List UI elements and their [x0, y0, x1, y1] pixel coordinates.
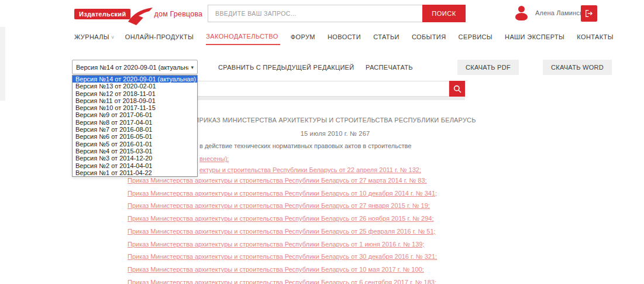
- doc-link-partial[interactable]: ектуры и строительства Республики Белару…: [199, 166, 421, 173]
- nav-item[interactable]: НАШИ ЭКСПЕРТЫ: [505, 30, 566, 45]
- doc-link[interactable]: Приказ Министерства архитектуры и строит…: [128, 241, 424, 248]
- doc-link[interactable]: Приказ Министерства архитектуры и строит…: [128, 228, 436, 235]
- print-link[interactable]: РАСПЕЧАТАТЬ: [366, 64, 413, 71]
- doc-link[interactable]: Приказ Министерства архитектуры и строит…: [128, 202, 430, 209]
- user-avatar-icon: [514, 5, 529, 21]
- version-option[interactable]: Версия №2 от 2014-04-01: [73, 162, 197, 169]
- logo-mark: Издательский: [74, 9, 130, 19]
- header-search: ПОИСК: [208, 5, 466, 22]
- header: Издательский дом Гревцова ПОИСК Алена Ла…: [0, 0, 644, 27]
- nav-item[interactable]: НОВОСТИ: [328, 30, 363, 45]
- version-dropdown: Версия №14 от 2020-09-01 (актуальная) Ве…: [72, 75, 198, 177]
- nav-item[interactable]: ФОРУМ: [291, 30, 317, 45]
- download-word-button[interactable]: СКАЧАТЬ WORD: [543, 60, 612, 75]
- version-option[interactable]: Версия №13 от 2020-02-01: [73, 83, 197, 90]
- nav-item[interactable]: ЗАКОНОДАТЕЛЬСТВО: [206, 29, 280, 45]
- version-option[interactable]: Версия №9 от 2017-06-01: [73, 111, 197, 118]
- doc-link-row: Приказ Министерства архитектуры и строит…: [128, 251, 437, 264]
- version-option[interactable]: Версия №11 от 2018-09-01: [73, 97, 197, 104]
- doc-amendments-fragment[interactable]: внесены):: [199, 155, 229, 162]
- nav-item[interactable]: СОБЫТИЯ: [412, 30, 448, 45]
- chevron-down-icon: ˅: [111, 35, 115, 40]
- doc-link[interactable]: Приказ Министерства архитектуры и строит…: [128, 253, 437, 260]
- doc-link-row: Приказ Министерства архитектуры и строит…: [128, 264, 437, 276]
- main-nav: ЖУРНАЛЫ˅ ОНЛАЙН-ПРОДУКТЫ ЗАКОНОДАТЕЛЬСТВ…: [74, 27, 615, 47]
- doc-link-row: Приказ Министерства архитектуры и строит…: [128, 200, 437, 213]
- search-icon: [453, 85, 462, 93]
- logout-icon: [584, 9, 594, 18]
- nav-item[interactable]: КОНТАКТЫ: [577, 30, 615, 45]
- doc-intro-fragment: в действие технических нормативных право…: [199, 142, 411, 149]
- user-box[interactable]: Алена Ламинская: [514, 4, 590, 22]
- doc-link-row: Приказ Министерства архитектуры и строит…: [128, 276, 437, 284]
- version-select-value: Версия №14 от 2020-09-01 (актуальная): [76, 64, 188, 71]
- version-option[interactable]: Версия №4 от 2015-03-01: [73, 148, 197, 155]
- nav-item[interactable]: СЕРВИСЫ: [459, 30, 494, 45]
- logo-swoosh-icon: [127, 8, 153, 25]
- version-option[interactable]: Версия №8 от 2017-04-01: [73, 119, 197, 126]
- header-search-button[interactable]: ПОИСК: [422, 5, 466, 22]
- version-option[interactable]: Версия №5 от 2016-01-01: [73, 141, 197, 148]
- doc-link-row: Приказ Министерства архитектуры и строит…: [128, 187, 437, 200]
- doc-link[interactable]: Приказ Министерства архитектуры и строит…: [128, 190, 437, 197]
- nav-item[interactable]: ОНЛАЙН-ПРОДУКТЫ: [125, 30, 195, 45]
- version-option[interactable]: Версия №10 от 2017-11-15: [73, 104, 197, 111]
- nav-item[interactable]: ЖУРНАЛЫ˅: [74, 30, 115, 45]
- doc-link-row: Приказ Министерства архитектуры и строит…: [128, 238, 437, 251]
- doc-link[interactable]: Приказ Министерства архитектуры и строит…: [128, 177, 427, 184]
- document-search-button[interactable]: [449, 81, 465, 97]
- doc-link-row: Приказ Министерства архитектуры и строит…: [128, 213, 437, 225]
- doc-links: Приказ Министерства архитектуры и строит…: [128, 174, 437, 284]
- version-option[interactable]: Версия №3 от 2014-12-20: [73, 155, 197, 162]
- nav-item[interactable]: СТАТЬИ: [373, 30, 401, 45]
- doc-link[interactable]: Приказ Министерства архитектуры и строит…: [128, 279, 436, 284]
- select-arrow-icon: ▾: [191, 64, 194, 70]
- compare-link[interactable]: СРАВНИТЬ С ПРЕДЫДУЩЕЙ РЕДАКЦИЕЙ: [218, 64, 354, 71]
- download-pdf-button[interactable]: СКАЧАТЬ PDF: [457, 60, 519, 75]
- version-select[interactable]: Версия №14 от 2020-09-01 (актуальная) ▾: [72, 60, 198, 74]
- version-option[interactable]: Версия №1 от 2011-04-22: [73, 169, 197, 176]
- header-search-input[interactable]: [208, 5, 422, 22]
- brand-logo[interactable]: Издательский дом Гревцова: [74, 4, 202, 24]
- version-option[interactable]: Версия №6 от 2016-05-01: [73, 133, 197, 140]
- version-option[interactable]: Версия №14 от 2020-09-01 (актуальная): [73, 76, 197, 83]
- version-option[interactable]: Версия №12 от 2018-11-01: [73, 90, 197, 97]
- doc-link[interactable]: Приказ Министерства архитектуры и строит…: [128, 215, 434, 222]
- doc-link[interactable]: Приказ Министерства архитектуры и строит…: [128, 266, 424, 273]
- logout-button[interactable]: [581, 5, 597, 22]
- page: Издательский дом Гревцова ПОИСК Алена Ла…: [0, 0, 644, 284]
- version-option[interactable]: Версия №7 от 2016-08-01: [73, 126, 197, 133]
- logo-subtitle: дом Гревцова: [154, 10, 202, 18]
- doc-link-row: Приказ Министерства архитектуры и строит…: [128, 225, 437, 238]
